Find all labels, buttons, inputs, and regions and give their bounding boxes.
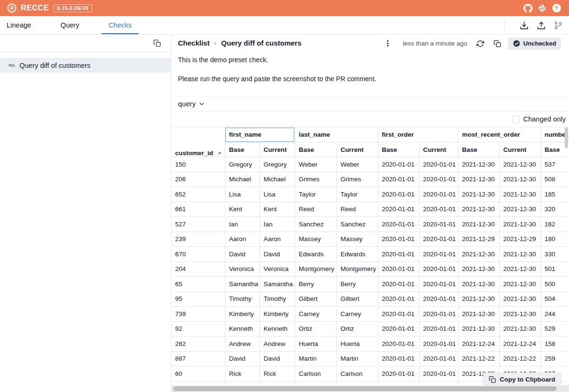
diff-result-table: customer_id× first_namelast_namefirst_or… <box>171 127 569 385</box>
table-row: 95TimothyTimothyGilbertGilbert2020-01-01… <box>171 291 569 307</box>
tab-lineage[interactable]: Lineage <box>7 16 38 34</box>
cell: Andrew <box>225 336 260 352</box>
export-upload-icon[interactable] <box>536 21 546 30</box>
cell: 2021-12-30 <box>499 321 541 336</box>
diff-result-table-wrap: customer_id× first_namelast_namefirst_or… <box>171 127 569 385</box>
column-group-last_name[interactable]: last_name <box>295 127 378 142</box>
cell: 2021-12-30 <box>458 291 499 307</box>
cell: Michael <box>260 172 295 187</box>
cell: Montgomery <box>295 261 336 277</box>
breadcrumb-checklist[interactable]: Checklist <box>178 39 210 47</box>
cell: Grimes <box>295 172 336 187</box>
cell: 2021-12-22 <box>499 351 541 366</box>
query-accordion-toggle[interactable]: query <box>171 96 569 112</box>
cell: 2020-01-01 <box>419 261 458 277</box>
copy-to-clipboard-button[interactable]: Copy to Clipboard <box>483 373 561 386</box>
table-row: 150GregoryGregoryWeberWeber2020-01-01202… <box>171 157 569 172</box>
cell: Reed <box>295 202 336 217</box>
changed-only-checkbox[interactable] <box>512 116 519 123</box>
cell: 2021-12-29 <box>458 232 499 247</box>
cell: Montgomery <box>336 261 378 277</box>
table-subheader-row: BaseCurrentBaseCurrentBaseCurrentBaseCur… <box>171 142 569 157</box>
column-subheader[interactable]: Base <box>458 142 499 157</box>
cell: 2020-01-01 <box>378 157 419 172</box>
copy-checklist-icon[interactable] <box>153 39 161 47</box>
cell <box>419 381 458 385</box>
cell-customer-id: 150 <box>171 157 225 172</box>
cell: 2020-01-01 <box>378 261 419 277</box>
check-circle-icon <box>513 40 520 47</box>
cell-customer-id: 661 <box>171 202 225 217</box>
copy-result-icon[interactable] <box>493 39 502 48</box>
help-icon[interactable]: ? <box>552 4 561 13</box>
tab-query[interactable]: Query <box>54 16 87 34</box>
cell: 2020-01-01 <box>378 247 419 262</box>
cell: 2021-12-30 <box>458 172 499 187</box>
status-badge[interactable]: Unchecked <box>508 37 561 50</box>
cell: Veronica <box>225 261 260 277</box>
cell-customer-id: 887 <box>171 351 225 366</box>
cell: Edwards <box>336 247 378 262</box>
tab-checks[interactable]: Checks <box>102 16 139 34</box>
rerun-refresh-icon[interactable] <box>476 39 485 48</box>
cell-customer-id: 95 <box>171 291 225 307</box>
cell: 2020-01-01 <box>419 277 458 292</box>
column-subheader[interactable]: Current <box>260 142 295 157</box>
chevron-down-icon <box>199 101 205 107</box>
kebab-menu-icon[interactable]: ⋮ <box>384 40 392 47</box>
column-customer-id[interactable]: customer_id× <box>171 127 225 157</box>
description-line: Please run the query and paste the scree… <box>178 75 376 83</box>
remove-column-icon[interactable]: × <box>218 149 222 157</box>
cell <box>336 381 378 385</box>
cell: Gregory <box>225 157 260 172</box>
github-icon[interactable] <box>523 4 532 13</box>
table-row: 739KimberlyKimberlyCarneyCarney2020-01-0… <box>171 307 569 322</box>
column-group-first_name[interactable]: first_name <box>225 127 295 142</box>
cell: 2020-01-01 <box>419 157 458 172</box>
column-subheader[interactable]: Current <box>499 142 541 157</box>
cell: Ian <box>225 217 260 232</box>
column-subheader[interactable]: Base <box>378 142 419 157</box>
cell: 529 <box>541 321 569 336</box>
cell: Samantha <box>225 277 260 292</box>
vertical-scrollbar-thumb[interactable] <box>565 127 568 148</box>
cell: 162 <box>541 217 569 232</box>
sql-icon: SQL <box>9 64 16 67</box>
horizontal-scrollbar-thumb[interactable] <box>173 386 557 391</box>
cell: 504 <box>541 291 569 307</box>
column-subheader[interactable]: Current <box>419 142 458 157</box>
cell: Aaron <box>225 232 260 247</box>
cell: Kent <box>260 202 295 217</box>
cell: 2020-01-01 <box>419 172 458 187</box>
cell: Weber <box>336 157 378 172</box>
column-subheader[interactable]: Current <box>336 142 378 157</box>
column-subheader[interactable]: Base <box>225 142 260 157</box>
cell: Rick <box>260 366 295 382</box>
git-branch-icon[interactable] <box>553 21 563 30</box>
column-subheader[interactable]: Base <box>295 142 336 157</box>
changed-only-label[interactable]: Changed only <box>523 115 566 123</box>
cell: 2020-01-01 <box>378 307 419 322</box>
status-label: Unchecked <box>523 40 556 47</box>
cell: Kent <box>225 202 260 217</box>
table-row: 65SamanthaSamanthaBerryBerry2020-01-0120… <box>171 277 569 292</box>
sidebar-item-query-diff[interactable]: SQL Query diff of customers <box>0 58 171 73</box>
column-group-first_order[interactable]: first_order <box>378 127 458 142</box>
cell: Carney <box>295 307 336 322</box>
cell: Carney <box>336 307 378 322</box>
cell: 2021-12-30 <box>499 217 541 232</box>
slack-icon[interactable] <box>538 4 547 13</box>
import-download-icon[interactable] <box>519 21 529 30</box>
table-row: 887DavidDavidMartinMartin2020-01-012020-… <box>171 351 569 366</box>
cell: 2021-12-30 <box>499 291 541 307</box>
chevron-right-icon: › <box>215 39 216 47</box>
cell: 2021-12-30 <box>458 307 499 322</box>
column-group-most_recent_order[interactable]: most_recent_order <box>458 127 541 142</box>
cell: 2020-01-01 <box>419 291 458 307</box>
cell: 2020-01-01 <box>419 202 458 217</box>
cell: Aaron <box>260 232 295 247</box>
cell: 2021-12-30 <box>458 187 499 202</box>
main-tabbar: Lineage Query Checks <box>0 16 569 35</box>
cell: 2021-12-30 <box>499 261 541 277</box>
cell-customer-id: 204 <box>171 261 225 277</box>
